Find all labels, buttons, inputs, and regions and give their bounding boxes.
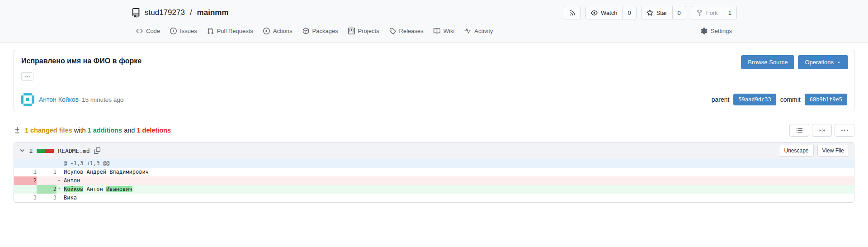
tab-settings[interactable]: Settings	[696, 24, 737, 38]
old-line-number: 2	[14, 176, 37, 185]
file-changes-count: 2	[29, 147, 33, 154]
diff-sign: -	[57, 176, 64, 185]
chevron-down-icon[interactable]	[19, 147, 25, 154]
hunk-text: @ -1,3 +1,3 @@	[57, 159, 854, 168]
tab-label: Activity	[474, 28, 493, 34]
diff-options-button[interactable]	[835, 124, 854, 137]
star-count[interactable]: 0	[672, 6, 686, 19]
unescape-button[interactable]: Unescape	[779, 145, 813, 157]
diff-line-del: 2-Антон	[14, 176, 854, 185]
diff-stats-icon[interactable]	[14, 127, 21, 134]
diff-sign	[57, 168, 64, 176]
tab-activity[interactable]: Activity	[459, 24, 498, 38]
star-label: Star	[656, 10, 667, 16]
changed-files-count: 1 changed files	[25, 127, 72, 134]
avatar[interactable]	[21, 93, 34, 106]
diff-file-box: 2 README.md Unescape View File @ -1,3 +1…	[14, 142, 854, 203]
fork-button[interactable]: Fork 1	[691, 6, 737, 19]
copy-icon[interactable]	[94, 147, 100, 154]
commit-label: commit	[780, 96, 801, 103]
hunk-header-row: @ -1,3 +1,3 @@	[14, 159, 854, 168]
diff-table: @ -1,3 +1,3 @@11 Исупов Андрей Владимиро…	[14, 159, 854, 202]
repo-name-link[interactable]: mainmm	[197, 8, 229, 17]
commit-hash-button[interactable]: 68b9b1f9e5	[805, 94, 847, 105]
watch-count[interactable]: 0	[622, 6, 636, 19]
watch-label: Watch	[601, 10, 617, 16]
site-header: stud179273 / mainmm Watch	[0, 0, 868, 43]
file-stat-bar	[37, 149, 54, 153]
tab-pull-requests[interactable]: Pull Requests	[202, 24, 258, 38]
file-name[interactable]: README.md	[58, 147, 90, 154]
operations-button[interactable]: Operations	[798, 55, 848, 69]
watch-button[interactable]: Watch 0	[585, 6, 637, 19]
repo-owner-link[interactable]: stud179273	[145, 8, 185, 17]
pulse-icon	[464, 28, 471, 34]
tab-packages[interactable]: Packages	[297, 24, 343, 38]
old-line-number: 3	[14, 194, 37, 202]
commit-box: Исправлено имя на ФИО в форке Browse Sou…	[14, 50, 854, 111]
repo-tabs: CodeIssuesPull RequestsActionsPackagesPr…	[131, 24, 737, 38]
tab-label: Projects	[358, 28, 379, 34]
tab-settings-label: Settings	[711, 28, 732, 34]
repo-separator: /	[189, 8, 193, 17]
tab-label: Actions	[273, 28, 292, 34]
parent-hash-button[interactable]: 59aad9dc33	[733, 94, 776, 105]
diff-sign: +	[57, 185, 64, 194]
new-line-number: 2	[37, 185, 57, 194]
stats-and: and	[124, 127, 135, 134]
new-line-number: 3	[37, 194, 57, 202]
tab-releases[interactable]: Releases	[384, 24, 429, 38]
commit-title: Исправлено имя на ФИО в форке	[21, 57, 847, 65]
word-highlight: Койков	[64, 186, 83, 192]
play-icon	[263, 28, 270, 34]
issue-opened-icon	[170, 28, 177, 34]
list-icon	[796, 127, 803, 134]
tab-label: Code	[146, 28, 160, 34]
split-view-toggle-button[interactable]	[812, 124, 832, 137]
tab-label: Pull Requests	[217, 28, 253, 34]
star-icon	[646, 10, 653, 16]
operations-label: Operations	[805, 59, 834, 66]
new-line-number	[37, 159, 57, 168]
old-line-number: 1	[14, 168, 37, 176]
file-tree-toggle-button[interactable]	[789, 124, 809, 137]
git-pull-request-icon	[207, 28, 214, 34]
tab-label: Wiki	[443, 28, 455, 34]
code-cell: -Антон	[57, 176, 854, 185]
stats-with: with	[74, 127, 86, 134]
tab-label: Issues	[180, 28, 197, 34]
fork-count[interactable]: 1	[723, 6, 736, 19]
tab-issues[interactable]: Issues	[165, 24, 202, 38]
diff-line-context: 33 Вика	[14, 194, 854, 202]
tab-label: Packages	[312, 28, 338, 34]
rss-icon	[569, 10, 576, 16]
eye-icon	[591, 10, 598, 16]
diff-sign	[57, 194, 64, 202]
code-icon	[136, 28, 143, 34]
kebab-horizontal-icon	[841, 127, 848, 134]
repo-icon	[131, 8, 141, 18]
repo-title: stud179273 / mainmm	[131, 8, 229, 18]
project-icon	[348, 28, 355, 34]
author-link[interactable]: Антон Койков	[39, 96, 79, 103]
tab-code[interactable]: Code	[131, 24, 165, 38]
browse-source-button[interactable]: Browse Source	[741, 55, 794, 69]
diff-line-add: 2+Койков Антон Иванович	[14, 185, 854, 194]
expand-commit-message-button[interactable]: ...	[21, 72, 33, 81]
tab-wiki[interactable]: Wiki	[429, 24, 460, 38]
star-button[interactable]: Star 0	[641, 6, 686, 19]
caret-down-icon	[836, 60, 841, 65]
gear-icon	[701, 28, 708, 34]
tab-label: Releases	[399, 28, 424, 34]
tab-actions[interactable]: Actions	[258, 24, 297, 38]
tab-projects[interactable]: Projects	[343, 24, 384, 38]
fork-label: Fork	[706, 10, 718, 16]
tag-icon	[389, 28, 396, 34]
diff-line-context: 11 Исупов Андрей Владимирович	[14, 168, 854, 176]
view-file-button[interactable]: View File	[817, 145, 849, 157]
word-highlight: Иванович	[106, 186, 132, 192]
fork-icon	[696, 10, 703, 16]
rss-button[interactable]	[564, 6, 581, 19]
deletions-count: 1 deletions	[137, 127, 171, 134]
new-line-number	[37, 176, 57, 185]
